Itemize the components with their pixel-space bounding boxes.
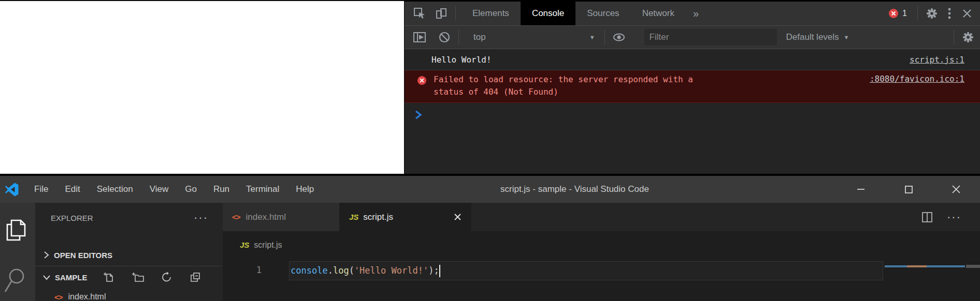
tab-index-html[interactable]: <> index.html [223,203,340,231]
vscode-titlebar: File Edit Selection View Go Run Terminal… [0,176,980,203]
editor-pane: <> index.html JS script.js [223,203,980,301]
tab-network[interactable]: Network [631,2,686,25]
explorer-title: EXPLORER [51,214,93,222]
live-expression-eye-icon[interactable] [610,28,628,46]
chevron-down-icon[interactable]: ▼ [589,34,595,40]
settings-gear-icon[interactable] [923,5,941,22]
new-folder-icon[interactable] [132,272,144,283]
split-editor-icon[interactable] [921,211,933,223]
divider [604,30,605,44]
console-error-row: Failed to load resource: the server resp… [405,70,980,103]
chevron-right-icon [42,251,50,259]
menu-file[interactable]: File [26,176,56,203]
devtools-panel: Elements Console Sources Network » 1 [404,0,980,174]
log-levels-label: Default levels [786,32,839,42]
menu-edit[interactable]: Edit [56,176,88,203]
file-name-label: index.html [68,292,106,301]
new-file-icon[interactable] [103,272,114,283]
error-source-link[interactable]: :8080/favicon.ico:1 [870,74,964,84]
collapse-folders-icon[interactable] [190,272,201,283]
browser-viewport [0,0,404,174]
close-tab-icon[interactable] [454,213,462,221]
device-toolbar-icon[interactable] [433,5,450,22]
tab-sources[interactable]: Sources [575,2,630,25]
menu-terminal[interactable]: Terminal [238,176,287,203]
divider [458,30,459,44]
explorer-files-icon[interactable] [4,217,27,241]
editor-tabs: <> index.html JS script.js [223,203,980,231]
error-message: Failed to load resource: the server resp… [434,73,703,98]
activity-bar [0,203,35,301]
menu-run[interactable]: Run [205,176,238,203]
refresh-icon[interactable] [161,272,172,283]
code-line: console.log('Hello World!'); [290,265,440,277]
tab-label: script.js [363,212,393,222]
maximize-button[interactable] [885,176,932,203]
error-icon [417,76,427,85]
inspect-element-icon[interactable] [411,5,428,22]
error-icon [888,8,899,19]
minimap[interactable] [885,265,965,267]
text-cursor [439,265,440,277]
console-settings-gear-icon[interactable] [959,28,977,46]
menu-help[interactable]: Help [287,176,322,203]
divider [917,6,918,21]
log-message: Hello World! [431,55,492,65]
search-icon[interactable] [4,268,26,294]
breadcrumb-file-label: script.js [254,240,282,250]
console-sidebar-icon[interactable] [411,28,428,46]
chevron-down-icon: ▼ [844,34,849,40]
tab-script-js[interactable]: JS script.js [340,203,471,231]
more-tabs-icon[interactable]: » [686,8,706,20]
close-window-button[interactable] [932,176,980,203]
chevron-down-icon [42,274,51,281]
js-file-icon: JS [349,213,358,221]
screen: Elements Console Sources Network » 1 [0,0,980,301]
devtools-tabbar: Elements Console Sources Network » 1 [405,2,980,25]
window-title: script.js - sample - Visual Studio Code [500,176,649,203]
console-prompt[interactable] [405,103,980,127]
line-number: 1 [223,265,262,275]
divider [455,6,456,21]
context-selector[interactable]: top [473,32,486,42]
vscode-window: File Edit Selection View Go Run Terminal… [0,174,980,301]
open-editors-section[interactable]: OPEN EDITORS [35,244,223,266]
clear-console-icon[interactable] [436,28,453,46]
folder-name-label: SAMPLE [55,273,88,282]
editor-more-actions-icon[interactable]: ··· [947,210,961,224]
console-toolbar: top ▼ Default levels ▼ [405,25,980,49]
tab-label: index.html [246,212,286,222]
overview-ruler-mark [966,265,980,268]
explorer-sidebar: EXPLORER ··· OPEN EDITORS SAMPLE [35,203,223,301]
file-item-index-html[interactable]: <> index.html [35,288,223,301]
minimize-button[interactable] [837,176,885,203]
prompt-chevron-icon [415,110,423,119]
console-log-row: Hello World! script.js:1 [405,49,980,70]
vscode-logo-icon [5,183,19,197]
folder-section[interactable]: SAMPLE [35,266,223,288]
menu-go[interactable]: Go [177,176,205,203]
tab-console[interactable]: Console [521,2,575,25]
menu-view[interactable]: View [141,176,177,203]
log-source-link[interactable]: script.js:1 [910,55,964,65]
html-file-icon: <> [54,293,63,301]
tab-elements[interactable]: Elements [461,2,521,25]
breadcrumb[interactable]: JS script.js [223,231,980,259]
filter-input[interactable] [644,29,777,46]
error-count-badge[interactable]: 1 [888,8,907,19]
divider [954,30,954,44]
js-file-icon: JS [240,240,249,249]
code-area[interactable]: 1 console.log('Hello World!'); [223,259,980,301]
close-devtools-icon[interactable] [958,5,976,22]
log-levels-dropdown[interactable]: Default levels ▼ [786,32,849,42]
console-messages: Hello World! script.js:1 Failed to load … [405,49,980,127]
html-file-icon: <> [232,213,240,221]
current-line-highlight: console.log('Hello World!'); [289,261,883,280]
kebab-menu-icon[interactable] [941,5,958,22]
open-editors-label: OPEN EDITORS [54,251,112,260]
explorer-more-actions-icon[interactable]: ··· [194,211,208,224]
error-count: 1 [902,9,907,18]
menu-selection[interactable]: Selection [89,176,141,203]
